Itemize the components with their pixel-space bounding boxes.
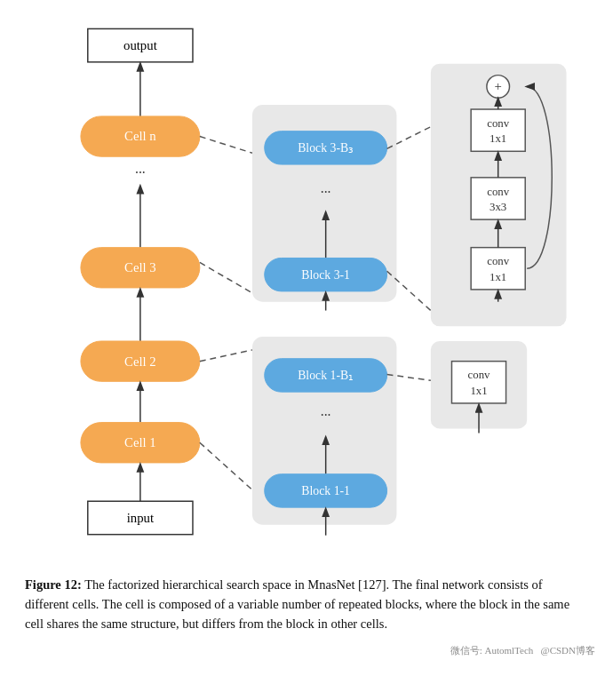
output-label: output <box>123 38 158 52</box>
dashed-celln-block3 <box>200 137 252 154</box>
block1-b1-label: Block 1-B₁ <box>298 369 354 382</box>
conv-1x1-bot-label1: conv <box>487 255 509 267</box>
conv-3x3-label1: conv <box>487 186 509 198</box>
input-label: input <box>127 511 155 525</box>
conv-1x1-top-label1: conv <box>487 117 509 130</box>
watermark-line1: 微信号: AutomlTech <box>450 645 534 656</box>
block3-b3-label: Block 3-B₃ <box>298 141 354 155</box>
block1-1-label: Block 1-1 <box>301 484 350 497</box>
conv-1x1-single-label2: 1x1 <box>470 385 487 397</box>
cell-n-label: Cell n <box>124 129 156 143</box>
dashed-cell2-block1 <box>200 350 252 362</box>
caption-area: Figure 12: The factorized hierarchical s… <box>0 569 613 648</box>
conv-3x3-label2: 3x3 <box>490 201 506 213</box>
watermark: 微信号: AutomlTech @CSDN博客 <box>0 644 613 657</box>
watermark-line2: @CSDN博客 <box>541 645 595 656</box>
conv-1x1-single-label1: conv <box>468 369 490 381</box>
diagram-svg: output Cell n ··· Cell 3 Cell 2 Cell 1 i… <box>18 9 595 560</box>
plus-label: + <box>495 79 502 93</box>
dashed-cell1-block1 <box>200 442 252 489</box>
block3-1-label: Block 3-1 <box>301 268 350 282</box>
caption-text: The factorized hierarchical search space… <box>25 577 569 631</box>
conv-1x1-top-label2: 1x1 <box>490 132 506 145</box>
dots-n-3: ··· <box>135 165 146 180</box>
cell-2-label: Cell 2 <box>124 354 156 369</box>
cell-3-label: Cell 3 <box>124 260 156 274</box>
dots-block1: ··· <box>321 408 331 423</box>
figure-label: Figure 12: <box>25 577 82 592</box>
cell-1-label: Cell 1 <box>124 435 156 449</box>
diagram-area: output Cell n ··· Cell 3 Cell 2 Cell 1 i… <box>0 0 613 569</box>
conv-1x1-bot-label2: 1x1 <box>490 271 506 283</box>
dashed-cell3-block3 <box>200 262 252 292</box>
dots-block3: ··· <box>321 185 331 200</box>
